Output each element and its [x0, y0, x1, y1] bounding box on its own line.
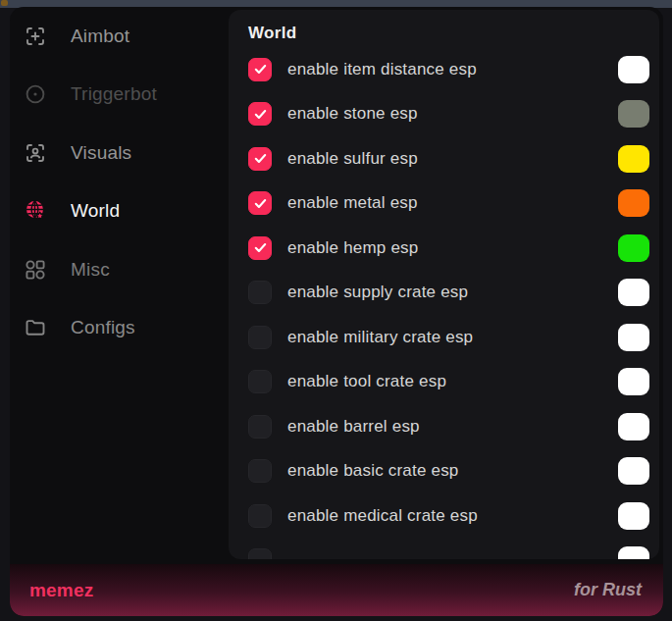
row-enable-hemp-esp: enable hemp esp [229, 226, 659, 271]
color-swatch[interactable] [618, 234, 649, 262]
row-enable-tool-crate-esp: enable tool crate esp [229, 360, 659, 405]
settings-panel: World enable item distance esp enable st… [229, 10, 659, 559]
row-enable-barrel-esp: enable barrel esp [229, 404, 659, 449]
checkbox[interactable] [248, 147, 272, 171]
sidebar-item-configs[interactable]: Configs [10, 299, 229, 358]
sidebar-item-label: World [71, 200, 120, 222]
color-swatch[interactable] [618, 279, 649, 306]
sidebar-item-icon [24, 82, 47, 106]
checkbox[interactable] [248, 504, 272, 528]
background-artifact [1, 0, 8, 6]
setting-label: enable barrel esp [287, 417, 420, 437]
sidebar-item-icon [24, 258, 47, 282]
check-icon [253, 151, 268, 166]
color-swatch[interactable] [618, 368, 649, 395]
sidebar-item-triggerbot[interactable]: Triggerbot [10, 66, 229, 125]
setting-label: enable military crate esp [287, 328, 473, 347]
color-swatch[interactable] [618, 189, 649, 217]
setting-label: enable metal esp [287, 193, 418, 213]
checkbox[interactable] [248, 58, 272, 81]
check-icon [253, 62, 268, 77]
checkbox[interactable] [248, 326, 272, 349]
setting-label: enable stone esp [287, 104, 418, 124]
row-enable-medical-crate-esp: enable medical crate esp [229, 493, 659, 539]
setting-label: enable supply crate esp [287, 283, 468, 302]
sidebar: Aimbot Triggerbot Visuals World [10, 7, 229, 564]
setting-label: enable sulfur esp [287, 149, 418, 169]
row-enable-basic-crate-esp: enable basic crate esp [229, 449, 659, 494]
sidebar-item-label: Configs [71, 317, 135, 338]
setting-label: enable basic crate esp [287, 461, 459, 481]
footer: memez for Rust [10, 564, 663, 616]
sidebar-item-label: Misc [71, 259, 110, 281]
sidebar-item-label: Triggerbot [71, 83, 157, 105]
settings-list: enable item distance esp enable stone es… [229, 47, 659, 559]
sidebar-item-icon [24, 25, 47, 48]
checkbox[interactable] [248, 236, 272, 260]
brand-tagline: for Rust [574, 580, 642, 600]
check-icon [253, 196, 268, 211]
color-swatch[interactable] [618, 56, 649, 83]
color-swatch[interactable] [618, 413, 649, 440]
sidebar-item-visuals[interactable]: Visuals [10, 124, 229, 182]
color-swatch[interactable] [618, 100, 649, 128]
color-swatch[interactable] [618, 324, 649, 351]
checkbox[interactable] [248, 191, 272, 215]
sidebar-item-aimbot[interactable]: Aimbot [10, 7, 229, 66]
sidebar-item-icon [24, 199, 47, 223]
sidebar-item-icon [24, 141, 47, 165]
sidebar-item-label: Visuals [71, 142, 131, 164]
check-icon [253, 107, 268, 122]
checkbox[interactable] [248, 102, 272, 126]
color-swatch[interactable] [618, 546, 649, 559]
row-partial-clipped [229, 539, 659, 560]
checkbox[interactable] [248, 548, 272, 559]
setting-label: enable tool crate esp [287, 372, 446, 391]
sidebar-item-icon [24, 316, 47, 339]
row-enable-military-crate-esp: enable military crate esp [229, 315, 659, 360]
page-title: World [248, 22, 659, 45]
sidebar-item-misc[interactable]: Misc [10, 240, 229, 299]
row-enable-metal-esp: enable metal esp [229, 181, 659, 227]
cheat-menu-window: Aimbot Triggerbot Visuals World [10, 7, 663, 616]
brand-name: memez [29, 580, 93, 601]
sidebar-item-label: Aimbot [71, 26, 129, 47]
color-swatch[interactable] [618, 145, 649, 173]
setting-label: enable hemp esp [287, 238, 418, 258]
row-enable-sulfur-esp: enable sulfur esp [229, 136, 659, 181]
checkbox[interactable] [248, 415, 272, 439]
check-icon [253, 240, 268, 255]
checkbox[interactable] [248, 370, 272, 393]
setting-label: enable item distance esp [287, 60, 477, 79]
setting-label: enable medical crate esp [287, 506, 478, 526]
row-enable-item-distance-esp: enable item distance esp [229, 47, 659, 92]
sidebar-item-world[interactable]: World [10, 182, 229, 241]
row-enable-stone-esp: enable stone esp [229, 92, 659, 137]
row-enable-supply-crate-esp: enable supply crate esp [229, 271, 659, 316]
checkbox[interactable] [248, 459, 272, 483]
checkbox[interactable] [248, 281, 272, 304]
color-swatch[interactable] [618, 457, 649, 485]
color-swatch[interactable] [618, 502, 649, 530]
